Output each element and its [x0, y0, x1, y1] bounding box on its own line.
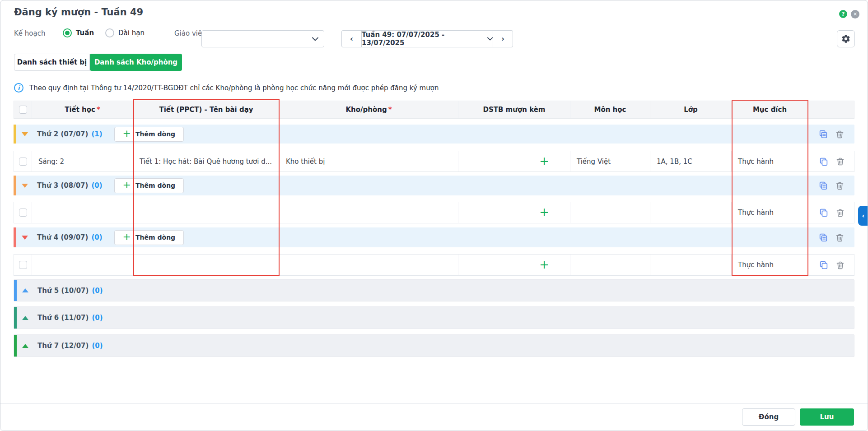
row-checkbox[interactable]: [19, 158, 27, 166]
row-checkbox[interactable]: [19, 209, 27, 217]
day-group-row[interactable]: Thứ 5 (10/07) (0): [14, 279, 854, 301]
cell-lop[interactable]: [650, 202, 732, 223]
collapse-caret-icon[interactable]: [22, 184, 28, 188]
day-count-badge: (0): [92, 314, 103, 322]
cell-lop[interactable]: 1A, 1B, 1C: [650, 151, 732, 171]
chevron-left-icon: ‹: [350, 34, 353, 43]
tab-device-list[interactable]: Danh sách thiết bị: [14, 54, 90, 71]
radio-longterm-circle-icon[interactable]: [105, 28, 114, 37]
plus-icon: +: [123, 232, 131, 242]
radio-week-label: Tuần: [76, 29, 94, 37]
week-next-button[interactable]: ›: [493, 30, 513, 47]
delete-day-button[interactable]: [835, 233, 845, 242]
week-prev-button[interactable]: ‹: [341, 30, 361, 47]
cell-ppct[interactable]: Tiết 1: Học hát: Bài Quê hương tươi đ...: [133, 151, 280, 171]
day-accent-bar: [14, 227, 16, 247]
day-accent-bar: [14, 335, 17, 357]
day-group-row[interactable]: Thứ 4 (09/07) (0) +Thêm dòng: [14, 227, 854, 247]
radio-week-circle-icon[interactable]: [63, 28, 72, 37]
select-all-checkbox[interactable]: [19, 106, 27, 114]
dialog-footer: Đóng Lưu: [0, 403, 868, 431]
side-panel-toggle[interactable]: ‹: [858, 206, 868, 226]
copy-row-button[interactable]: [819, 157, 829, 167]
add-row-button[interactable]: +Thêm dòng: [114, 230, 184, 245]
help-icon[interactable]: ?: [839, 10, 847, 18]
copy-row-button[interactable]: [819, 208, 829, 218]
radio-longterm[interactable]: Dài hạn: [105, 28, 145, 37]
save-button[interactable]: Lưu: [800, 408, 854, 426]
delete-row-button[interactable]: [835, 260, 845, 270]
day-group-row[interactable]: Thứ 3 (08/07) (0) +Thêm dòng: [14, 176, 854, 195]
add-device-icon[interactable]: +: [539, 259, 549, 270]
day-group-row[interactable]: Thứ 6 (11/07) (0): [14, 306, 854, 329]
plan-label: Kế hoạch: [14, 29, 45, 37]
add-row-button[interactable]: +Thêm dòng: [114, 127, 184, 142]
delete-day-button[interactable]: [835, 130, 845, 139]
tab-room-list[interactable]: Danh sách Kho/phòng: [90, 54, 182, 71]
collapse-caret-icon[interactable]: [22, 132, 28, 136]
delete-row-button[interactable]: [835, 208, 845, 218]
trash-icon: [835, 130, 845, 139]
teacher-select[interactable]: [201, 30, 324, 47]
cell-lop[interactable]: [650, 255, 732, 275]
row-checkbox[interactable]: [19, 261, 27, 269]
table-row: + Thực hành: [14, 202, 854, 223]
cell-ppct[interactable]: [133, 255, 280, 275]
cell-kho-phong[interactable]: Kho thiết bị: [280, 151, 458, 171]
table-row: + Thực hành: [14, 254, 854, 276]
expand-caret-icon[interactable]: [22, 316, 28, 320]
copy-day-button[interactable]: [818, 129, 828, 139]
day-label: Thứ 2 (07/07): [37, 130, 88, 138]
day-count-badge: (0): [92, 342, 103, 350]
chevron-left-icon: ‹: [862, 212, 865, 219]
expand-caret-icon[interactable]: [22, 344, 28, 348]
expand-caret-icon[interactable]: [22, 288, 28, 292]
day-group-row[interactable]: Thứ 7 (12/07) (0): [14, 334, 854, 357]
cell-kho-phong[interactable]: [280, 202, 458, 223]
cell-ppct[interactable]: [133, 202, 280, 223]
copy-lines-icon: [818, 129, 828, 139]
col-header-ppct: Tiết (PPCT) - Tên bài dạy: [133, 101, 280, 118]
day-count-badge: (0): [91, 233, 102, 241]
collapse-caret-icon[interactable]: [22, 236, 28, 240]
close-button[interactable]: Đóng: [742, 408, 795, 426]
week-select-value: Tuần 49: 07/07/2025 - 13/07/2025: [362, 31, 483, 47]
cell-muc-dich[interactable]: Thực hành: [732, 151, 808, 171]
cell-mon-hoc[interactable]: [570, 255, 650, 275]
col-header-dstb: DSTB mượn kèm: [458, 101, 570, 118]
settings-button[interactable]: [837, 30, 855, 47]
cell-mon-hoc[interactable]: [570, 202, 650, 223]
cell-kho-phong[interactable]: [280, 255, 458, 275]
week-navigator: ‹ Tuần 49: 07/07/2025 - 13/07/2025 ›: [341, 30, 513, 47]
day-count-badge: (0): [91, 181, 102, 190]
cell-muc-dich[interactable]: Thực hành: [732, 202, 808, 223]
day-group-row[interactable]: Thứ 2 (07/07) (1) +Thêm dòng: [14, 125, 854, 144]
add-device-icon[interactable]: +: [539, 206, 549, 218]
week-select[interactable]: Tuần 49: 07/07/2025 - 13/07/2025: [361, 30, 493, 47]
borrow-registration-dialog: Đăng ký mượn - Tuần 49 ? ✕ Kế hoạch Tuần…: [0, 0, 868, 431]
add-row-button[interactable]: +Thêm dòng: [114, 178, 184, 193]
copy-day-button[interactable]: [818, 181, 828, 190]
plus-icon: +: [123, 129, 131, 139]
cell-muc-dich[interactable]: Thực hành: [732, 255, 808, 275]
info-note: Theo quy định tại Thông tư 14/2020/TT-BG…: [29, 84, 439, 92]
cell-mon-hoc[interactable]: Tiếng Việt: [570, 151, 650, 171]
day-accent-bar: [14, 307, 17, 329]
close-icon[interactable]: ✕: [851, 10, 859, 19]
table-row: Sáng: 2 Tiết 1: Học hát: Bài Quê hương t…: [14, 151, 854, 172]
copy-icon: [819, 208, 829, 218]
day-accent-bar: [14, 176, 16, 195]
cell-tiet-hoc[interactable]: [32, 202, 133, 223]
cell-tiet-hoc[interactable]: [32, 255, 133, 275]
trash-icon: [835, 208, 845, 218]
delete-row-button[interactable]: [835, 157, 845, 166]
copy-row-button[interactable]: [819, 260, 829, 270]
col-header-muc-dich: Mục đích: [732, 101, 808, 118]
copy-day-button[interactable]: [818, 232, 828, 242]
cell-tiet-hoc[interactable]: Sáng: 2: [32, 151, 133, 171]
day-count-badge: (0): [92, 287, 103, 295]
add-device-icon[interactable]: +: [539, 155, 549, 167]
chevron-right-icon: ›: [501, 34, 504, 43]
delete-day-button[interactable]: [835, 181, 845, 190]
radio-week[interactable]: Tuần: [63, 28, 94, 37]
